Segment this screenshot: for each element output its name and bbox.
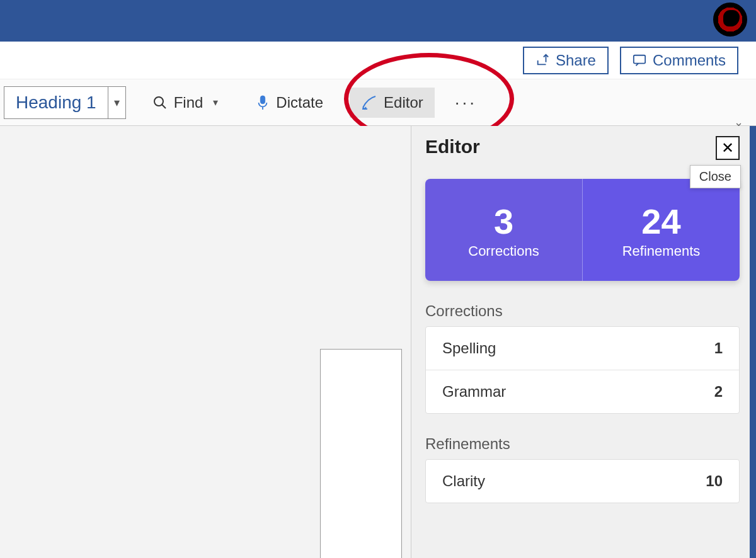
corrections-count: 3	[494, 201, 513, 242]
dictate-label: Dictate	[276, 94, 323, 111]
item-label: Grammar	[442, 383, 506, 401]
upper-actions-row: Share Comments	[0, 42, 756, 79]
refinements-label: Refinements	[622, 243, 701, 259]
editor-pane: Editor ✕ Close 3 Corrections 24 Refineme…	[411, 126, 750, 558]
main-area: Editor ✕ Close 3 Corrections 24 Refineme…	[0, 126, 756, 558]
list-item[interactable]: Grammar 2	[426, 370, 739, 413]
refinements-list: Clarity 10	[425, 459, 740, 503]
close-pane-button[interactable]: ✕ Close	[716, 136, 740, 160]
share-button[interactable]: Share	[523, 47, 609, 74]
corrections-list: Spelling 1 Grammar 2	[425, 326, 740, 414]
find-label: Find	[174, 94, 203, 111]
style-selector[interactable]: Heading 1	[4, 86, 108, 119]
corrections-section-title: Corrections	[425, 302, 740, 320]
refinements-section-title: Refinements	[425, 435, 740, 453]
title-bar	[0, 0, 756, 42]
editor-summary-card: 3 Corrections 24 Refinements	[425, 179, 740, 281]
microphone-icon	[256, 94, 270, 111]
dictate-button[interactable]: Dictate	[244, 88, 335, 118]
svg-point-1	[154, 97, 163, 106]
ribbon: Heading 1 ▾ Find ▾ Dictate Editor ··· ⌄	[0, 79, 756, 126]
more-options-button[interactable]: ···	[446, 88, 486, 118]
search-icon	[152, 95, 168, 110]
svg-rect-2	[261, 96, 265, 104]
corrections-label: Corrections	[468, 243, 539, 259]
item-count: 10	[706, 472, 723, 490]
share-icon	[536, 54, 549, 67]
user-avatar[interactable]	[713, 3, 747, 37]
document-page[interactable]	[320, 349, 402, 558]
editor-pen-icon	[361, 95, 377, 110]
editor-label: Editor	[384, 94, 423, 111]
share-label: Share	[556, 52, 596, 69]
list-item[interactable]: Clarity 10	[426, 460, 739, 503]
comments-label: Comments	[653, 52, 726, 69]
list-item[interactable]: Spelling 1	[426, 327, 739, 370]
refinements-count: 24	[641, 201, 680, 242]
svg-rect-0	[634, 55, 645, 63]
close-icon: ✕	[721, 139, 734, 157]
ellipsis-icon: ···	[455, 93, 477, 112]
editor-pane-title: Editor	[425, 136, 480, 157]
summary-refinements[interactable]: 24 Refinements	[582, 179, 740, 281]
item-label: Clarity	[442, 472, 485, 490]
chevron-down-icon: ▾	[114, 96, 120, 110]
close-tooltip: Close	[690, 165, 741, 188]
style-dropdown-button[interactable]: ▾	[108, 86, 126, 119]
comments-button[interactable]: Comments	[620, 47, 738, 74]
item-label: Spelling	[442, 339, 496, 357]
chevron-down-icon: ▾	[213, 96, 218, 108]
style-name: Heading 1	[16, 93, 96, 113]
summary-corrections[interactable]: 3 Corrections	[425, 179, 582, 281]
document-canvas[interactable]	[0, 126, 411, 558]
editor-button[interactable]: Editor	[350, 88, 435, 118]
find-button[interactable]: Find ▾	[141, 88, 230, 118]
item-count: 2	[714, 383, 723, 401]
item-count: 1	[714, 339, 723, 357]
comment-icon	[633, 54, 646, 67]
